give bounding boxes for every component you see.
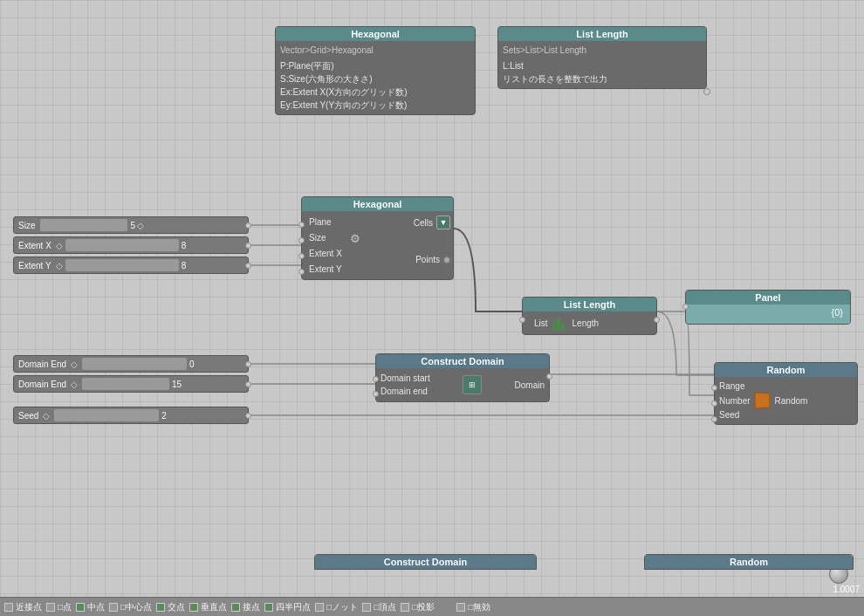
random-seed-port (711, 416, 717, 422)
domain-end-1-value: 0 (189, 359, 195, 369)
size-value: 5 (130, 221, 135, 230)
nearpoint-checkbox[interactable] (4, 603, 13, 612)
seed-symbol: ◇ (43, 411, 50, 421)
point-checkbox[interactable] (46, 603, 55, 612)
hexagonal-param-4: Ey:Extent Y(Y方向のグリッド数) (280, 99, 470, 112)
random-body: Range Number Random Seed (715, 377, 857, 424)
domain-end-1-slider[interactable] (82, 358, 187, 370)
size-slider[interactable] (40, 219, 127, 231)
domain-end-2-output-port (245, 381, 251, 387)
extent-y-label: Extent Y (18, 261, 51, 270)
seed-label: Seed (18, 411, 38, 421)
extent-y-port-symbol: ◇ (56, 261, 63, 270)
extent-y-output-port (245, 263, 251, 269)
list-length-node-body: List Length (523, 311, 656, 334)
tangent-checkbox[interactable] (231, 603, 240, 612)
extent-x-value: 8 (182, 241, 187, 250)
domain-end-2-value: 15 (172, 380, 182, 389)
extent-x-input-node[interactable]: Extent X ◇ 8 (13, 236, 249, 254)
snap-quadrant: 四半円点 (264, 601, 311, 613)
random-number-row: Number Random (719, 392, 853, 409)
projection-checkbox[interactable] (401, 603, 409, 612)
random-header: Random (715, 363, 857, 377)
hex-size-label: Size (309, 233, 326, 243)
list-length-node-header: List Length (523, 298, 656, 311)
nearpoint-label: 近接点 (16, 601, 42, 613)
snap-center: □中心点 (109, 601, 152, 613)
list-length-param-1: L:List (503, 59, 702, 72)
domain-end-2-input-node[interactable]: Domain End ◇ 15 (13, 375, 249, 393)
random-output-label: Random (775, 396, 808, 406)
snap-tangent: 接点 (231, 601, 260, 613)
hex-points-port (443, 257, 450, 264)
snap-projection: □投影 (401, 601, 435, 613)
vertex-label: □頂点 (374, 601, 396, 613)
midpoint-label: 中点 (87, 601, 105, 613)
extent-x-slider[interactable] (65, 239, 179, 251)
status-bar: 近接点 □点 中点 □中心点 交点 垂直点 接点 四半円点 □ノット □頂点 □… (0, 597, 864, 616)
hex-points-row: Points (415, 253, 450, 266)
point-label: □点 (58, 601, 72, 613)
disable-checkbox[interactable] (456, 603, 465, 612)
seed-slider[interactable] (54, 409, 159, 421)
knot-label: □ノット (326, 601, 358, 613)
vertical-checkbox[interactable] (189, 603, 198, 612)
panel-input-port (682, 304, 689, 310)
hexagonal-subtitle: Vector>Grid>Hexagonal (280, 44, 470, 57)
size-port-symbol: ◇ (137, 221, 144, 230)
random-range-label: Range (719, 381, 744, 391)
domain-start-input-port (373, 376, 379, 382)
quadrant-label: 四半円点 (276, 601, 311, 613)
center-checkbox[interactable] (109, 603, 118, 612)
construct-domain-icon: ⊞ (463, 375, 482, 394)
size-output-port (245, 222, 251, 229)
snap-knot: □ノット (315, 601, 358, 613)
hex-cells-port[interactable]: ▼ (436, 216, 450, 229)
random-partial-header: Random (645, 555, 853, 569)
random-partial-node: Random (644, 554, 854, 570)
hexagonal-param-2: S:Size(六角形の大きさ) (280, 72, 470, 86)
domain-end-1-symbol: ◇ (71, 359, 78, 369)
quadrant-checkbox[interactable] (264, 603, 273, 612)
seed-input-node[interactable]: Seed ◇ 2 (13, 407, 249, 424)
midpoint-checkbox[interactable] (76, 603, 85, 612)
snap-vertical: 垂直点 (189, 601, 227, 613)
domain-output-label: Domain (515, 379, 545, 392)
vertex-checkbox[interactable] (362, 603, 371, 612)
intersection-checkbox[interactable] (156, 603, 165, 612)
hex-grid-node: Hexagonal Plane Size Extent X Extent Y C… (301, 196, 454, 280)
random-node: Random Range Number Random Seed (714, 362, 858, 425)
panel-value: {0} (686, 305, 850, 324)
list-length-node: List Length List Length (522, 297, 657, 335)
hexagonal-info-node: Hexagonal Vector>Grid>Hexagonal P:Plane(… (275, 26, 476, 115)
hex-cells-label: Cells (414, 218, 433, 228)
intersection-label: 交点 (168, 601, 185, 613)
extent-y-slider[interactable] (65, 259, 179, 271)
domain-end-1-label: Domain End (18, 359, 66, 369)
domain-end-1-output-port (245, 361, 251, 367)
domain-end-2-slider[interactable] (82, 378, 169, 390)
size-label: Size (18, 221, 35, 230)
size-input-node[interactable]: Size 5 ◇ (13, 216, 249, 234)
projection-label: □投影 (412, 601, 435, 613)
list-length-info-output-port (703, 88, 710, 95)
hex-points-label: Points (415, 255, 440, 264)
hex-plane-input-port (298, 222, 305, 228)
snap-vertex: □頂点 (362, 601, 396, 613)
random-range-row: Range (719, 380, 853, 392)
knot-checkbox[interactable] (315, 603, 324, 612)
vertical-label: 垂直点 (201, 601, 227, 613)
snap-intersection: 交点 (156, 601, 185, 613)
construct-domain-partial-node: Construct Domain (314, 554, 537, 570)
hex-plane-row: Plane (305, 214, 405, 229)
list-chart-icon (552, 315, 568, 331)
domain-end-1-input-node[interactable]: Domain End ◇ 0 (13, 355, 249, 373)
hex-extent-y-label: Extent Y (309, 264, 342, 274)
snap-point: □点 (46, 601, 72, 613)
extent-y-input-node[interactable]: Extent Y ◇ 8 (13, 257, 249, 274)
domain-end-2-symbol: ◇ (71, 380, 78, 389)
extent-x-label: Extent X (18, 241, 51, 250)
seed-output-port (245, 413, 251, 419)
extent-x-port-symbol: ◇ (56, 241, 63, 250)
list-length-info-node: List Length Sets>List>List Length L:List… (497, 26, 707, 89)
